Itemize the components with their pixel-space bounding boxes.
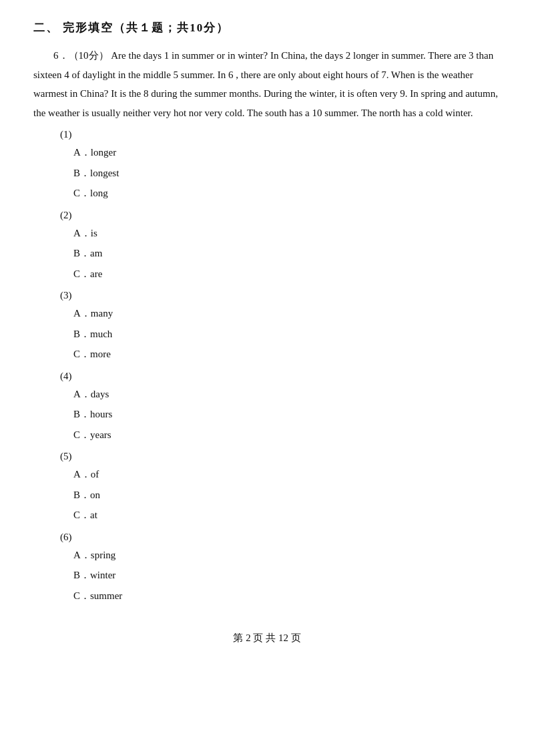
question-number-1: (1) [60,129,501,140]
question-number-5: (5) [60,451,501,462]
option-5-3: C．at [73,506,501,525]
option-6-1: A．spring [73,546,501,565]
option-3-3: C．more [73,345,501,364]
question-number-6: (6) [60,532,501,543]
option-2-3: C．are [73,264,501,284]
question-number-3: (3) [60,290,501,301]
option-2-1: A．is [73,224,501,243]
option-4-3: C．years [73,425,501,445]
option-1-1: A．longer [73,143,501,162]
questions-list: (1)A．longerB．longestC．long(2)A．isB．amC．a… [33,129,501,605]
question-block-2: (2)A．isB．amC．are [33,210,501,284]
section-title: 二、 完形填空（共１题；共10分） [33,20,501,35]
question-block-5: (5)A．ofB．onC．at [33,451,501,525]
option-5-2: B．on [73,486,501,505]
passage-container: 6．（10分） Are the days 1 in summer or in w… [33,46,501,122]
question-number-2: (2) [60,210,501,221]
option-1-2: B．longest [73,164,501,183]
question-block-1: (1)A．longerB．longestC．long [33,129,501,203]
option-4-1: A．days [73,385,501,404]
option-1-3: C．long [73,184,501,203]
option-4-2: B．hours [73,405,501,424]
option-3-2: B．much [73,325,501,344]
option-5-1: A．of [73,465,501,484]
option-6-2: B．winter [73,566,501,585]
question-block-3: (3)A．manyB．muchC．more [33,290,501,364]
question-block-6: (6)A．springB．winterC．summer [33,532,501,606]
question-header: 6．（10分） [53,50,109,61]
question-block-4: (4)A．daysB．hoursC．years [33,371,501,445]
option-3-1: A．many [73,304,501,323]
question-number-4: (4) [60,371,501,382]
option-6-3: C．summer [73,586,501,606]
option-2-2: B．am [73,244,501,263]
page-footer: 第 2 页 共 12 页 [33,632,501,644]
